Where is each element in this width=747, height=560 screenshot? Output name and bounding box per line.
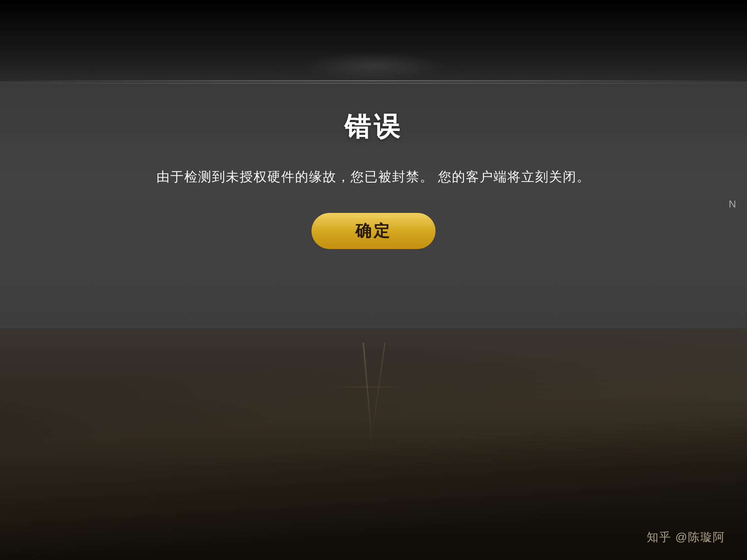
reflection-line-2 xyxy=(372,343,386,433)
confirm-button-label: 确定 xyxy=(355,222,392,240)
error-message: 由于检测到未授权硬件的缘故，您已被封禁。 您的客户端将立刻关闭。 xyxy=(120,166,627,187)
cursor-indicator: N xyxy=(729,198,736,210)
error-title: 错误 xyxy=(344,109,403,144)
reflection-line-1 xyxy=(363,343,374,452)
bottom-desk-area: 知乎 @陈璇阿 xyxy=(0,328,747,560)
dialog-divider xyxy=(0,83,747,83)
reflection-lines xyxy=(228,343,519,489)
confirm-button[interactable]: 确定 xyxy=(311,213,436,249)
screen-wrapper: 错误 由于检测到未授权硬件的缘故，您已被封禁。 您的客户端将立刻关闭。 确定 N… xyxy=(0,0,747,560)
watermark: 知乎 @陈璇阿 xyxy=(647,529,725,545)
reflection-line-3 xyxy=(330,386,403,388)
top-dark-region xyxy=(0,0,747,80)
error-dialog: 错误 由于检测到未授权硬件的缘故，您已被封禁。 您的客户端将立刻关闭。 确定 N xyxy=(0,80,747,328)
